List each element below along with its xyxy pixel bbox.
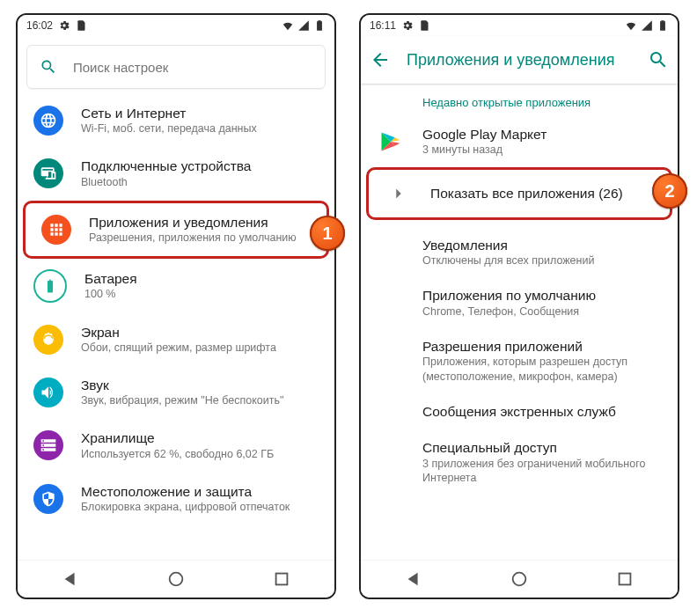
- search-icon[interactable]: [648, 49, 669, 70]
- wifi-icon: [282, 19, 294, 32]
- brightness-icon: [33, 325, 63, 355]
- sim-icon: [76, 19, 88, 32]
- svg-rect-3: [620, 574, 631, 585]
- phone-settings-main: 16:02 Поиск настроек Сеть и ИнтернетWi-F…: [16, 13, 336, 599]
- back-icon[interactable]: [370, 49, 391, 70]
- signal-icon: [641, 19, 653, 32]
- battery-icon: [657, 19, 669, 32]
- svg-point-0: [170, 573, 183, 586]
- appbar-title: Приложения и уведомления: [407, 51, 615, 70]
- navigation-bar: [361, 560, 678, 598]
- search-icon: [40, 58, 57, 76]
- search-settings[interactable]: Поиск настроек: [26, 45, 326, 89]
- gear-icon: [401, 19, 414, 32]
- play-store-icon: [377, 128, 405, 156]
- nav-back-icon[interactable]: [404, 569, 423, 589]
- devices-icon: [33, 158, 63, 188]
- item-app-permissions[interactable]: Разрешения приложенийПриложения, которым…: [361, 328, 678, 393]
- battery-icon: [33, 269, 67, 303]
- storage-icon: [33, 430, 63, 460]
- volume-icon: [33, 378, 63, 407]
- navigation-bar: [18, 560, 334, 598]
- app-bar: Приложения и уведомления: [361, 36, 678, 84]
- chevron-right-icon: [385, 180, 413, 208]
- shield-icon: [33, 484, 63, 514]
- nav-recent-icon[interactable]: [615, 569, 635, 589]
- signal-icon: [297, 19, 310, 32]
- settings-item-network[interactable]: Сеть и ИнтернетWi-Fi, моб. сети, передач…: [18, 94, 334, 147]
- settings-list: Сеть и ИнтернетWi-Fi, моб. сети, передач…: [18, 94, 334, 525]
- section-recent-apps: Недавно открытые приложения: [361, 84, 678, 116]
- recent-app-item[interactable]: Google Play Маркет3 минуты назад: [361, 116, 678, 167]
- highlight-box-2: Показать все приложения (26): [366, 167, 672, 220]
- nav-home-icon[interactable]: [510, 569, 529, 589]
- status-time: 16:11: [370, 19, 396, 32]
- search-placeholder: Поиск настроек: [73, 60, 168, 75]
- settings-item-display[interactable]: ЭкранОбои, спящий режим, размер шрифта: [18, 313, 334, 366]
- svg-rect-1: [276, 574, 288, 585]
- nav-back-icon[interactable]: [61, 569, 80, 589]
- status-time: 16:02: [26, 19, 53, 32]
- apps-icon: [41, 215, 71, 245]
- settings-item-devices[interactable]: Подключенные устройстваBluetooth: [18, 147, 334, 200]
- show-all-apps[interactable]: Показать все приложения (26): [369, 170, 670, 217]
- callout-badge-2: 2: [652, 173, 687, 209]
- item-special-access[interactable]: Специальный доступ3 приложения без огран…: [361, 429, 678, 495]
- callout-badge-1: 1: [310, 216, 345, 251]
- settings-item-security[interactable]: Местоположение и защитаБлокировка экрана…: [18, 473, 334, 525]
- battery-icon: [313, 19, 326, 32]
- status-bar: 16:11: [361, 15, 678, 36]
- wifi-icon: [625, 19, 637, 32]
- item-default-apps[interactable]: Приложения по умолчаниюChrome, Телефон, …: [361, 277, 678, 328]
- svg-point-2: [513, 573, 526, 586]
- highlight-box-1: Приложения и уведомленияРазрешения, прил…: [23, 201, 329, 259]
- settings-item-apps[interactable]: Приложения и уведомленияРазрешения, прил…: [26, 203, 326, 256]
- item-emergency-alerts[interactable]: Сообщения экстренных служб: [361, 393, 678, 429]
- settings-item-battery[interactable]: Батарея100 %: [18, 259, 334, 313]
- settings-item-storage[interactable]: ХранилищеИспользуется 62 %, свободно 6,0…: [18, 419, 334, 472]
- settings-item-sound[interactable]: ЗвукЗвук, вибрация, режим "Не беспокоить…: [18, 366, 334, 419]
- globe-icon: [33, 106, 63, 136]
- nav-home-icon[interactable]: [166, 569, 186, 589]
- gear-icon: [58, 19, 70, 32]
- phone-apps-notifications: 16:11 Приложения и уведомления Недавно о…: [359, 13, 679, 599]
- sim-icon: [419, 19, 431, 32]
- nav-recent-icon[interactable]: [272, 569, 291, 589]
- item-notifications[interactable]: УведомленияОтключены для всех приложений: [361, 227, 678, 278]
- status-bar: 16:02: [18, 15, 334, 36]
